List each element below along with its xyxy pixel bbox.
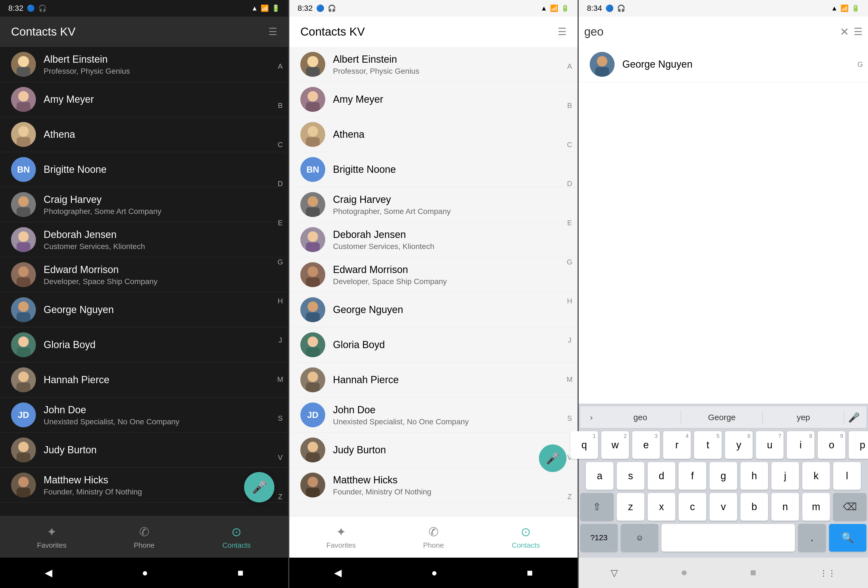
key-space[interactable]: [661, 524, 795, 551]
contact-hannah-light[interactable]: Hannah Pierce: [289, 362, 577, 397]
key-emoji[interactable]: ☺: [621, 524, 658, 551]
fab-dark[interactable]: 🎤: [244, 472, 275, 502]
contact-gloria-dark[interactable]: Gloria Boyd: [0, 327, 288, 362]
keyboard-row-4: ?123 ☺ . 🔍: [580, 524, 867, 551]
suggestion-2[interactable]: yep: [763, 411, 844, 424]
key-q[interactable]: 1q: [570, 431, 598, 459]
key-s[interactable]: s: [617, 462, 644, 490]
key-d[interactable]: d: [648, 462, 675, 490]
key-h[interactable]: h: [740, 462, 768, 490]
contact-info-matthew-dark: Matthew Hicks Founder, Ministry Of Nothi…: [44, 474, 277, 496]
key-y[interactable]: 6y: [725, 431, 753, 459]
keyboard-mic-icon[interactable]: 🎤: [844, 412, 864, 423]
key-n[interactable]: n: [771, 493, 799, 521]
contact-gloria-light[interactable]: Gloria Boyd: [289, 327, 577, 362]
key-a[interactable]: a: [586, 462, 613, 490]
contact-george-search[interactable]: George Nguyen: [579, 47, 868, 82]
home-btn-dark[interactable]: ●: [142, 567, 148, 579]
search-clear-button[interactable]: ✕: [840, 25, 849, 38]
contact-edward-light[interactable]: Edward Morrison Developer, Space Ship Co…: [289, 257, 577, 293]
suggestion-0[interactable]: geo: [600, 411, 681, 424]
contact-hannah-dark[interactable]: Hannah Pierce: [0, 362, 288, 397]
contact-judy-light[interactable]: Judy Burton: [289, 433, 577, 468]
key-search-action[interactable]: 🔍: [829, 524, 867, 551]
home-btn-search[interactable]: [682, 570, 686, 575]
key-period[interactable]: .: [798, 524, 826, 551]
search-input[interactable]: [584, 25, 836, 38]
recents-btn-search[interactable]: [751, 570, 756, 575]
contact-johndoe-light[interactable]: JD John Doe Unexisted Specialist, No One…: [289, 397, 577, 433]
fab-light[interactable]: 🎤: [539, 445, 567, 472]
key-num-switch[interactable]: ?123: [580, 524, 618, 551]
suggestions-expand-arrow[interactable]: ›: [583, 413, 600, 422]
contact-info-amy-dark: Amy Meyer: [44, 93, 277, 106]
nav-contacts-dark[interactable]: ⊙ Contacts: [190, 525, 283, 550]
wifi-icon-light: ▲: [540, 4, 547, 12]
key-delete[interactable]: ⌫: [833, 493, 867, 521]
key-v[interactable]: v: [710, 493, 737, 521]
back-btn-light[interactable]: ◀: [334, 567, 342, 579]
recents-btn-dark[interactable]: ■: [238, 567, 244, 579]
key-x[interactable]: x: [648, 493, 675, 521]
contact-judy-dark[interactable]: Judy Burton: [0, 433, 288, 468]
key-b[interactable]: b: [740, 493, 768, 521]
contact-deborah-light[interactable]: Deborah Jensen Customer Services, Kliont…: [289, 222, 577, 257]
key-u[interactable]: 7u: [756, 431, 784, 459]
contact-edward-dark[interactable]: Edward Morrison Developer, Space Ship Co…: [0, 257, 288, 293]
key-w[interactable]: 2w: [601, 431, 629, 459]
menu-icon-dark[interactable]: ☰: [268, 26, 277, 37]
contact-craig-dark[interactable]: Craig Harvey Photographer, Some Art Comp…: [0, 187, 288, 222]
contact-amy-light[interactable]: Amy Meyer: [289, 82, 577, 117]
contact-george-dark[interactable]: George Nguyen: [0, 293, 288, 327]
contacts-icon-light: ⊙: [521, 525, 531, 539]
key-g[interactable]: g: [710, 462, 737, 490]
key-l[interactable]: l: [833, 462, 861, 490]
kb-collapse-btn[interactable]: ▽: [611, 567, 618, 578]
key-f[interactable]: f: [679, 462, 706, 490]
nav-phone-light[interactable]: ✆ Phone: [387, 525, 480, 550]
nav-phone-dark[interactable]: ✆ Phone: [98, 525, 190, 550]
key-i[interactable]: 8i: [787, 431, 815, 459]
status-bar-dark: 8:32 🔵 🎧 ▲ 📶 🔋: [0, 0, 288, 16]
contact-george-light[interactable]: George Nguyen: [289, 293, 577, 327]
suggestion-1[interactable]: George: [681, 411, 763, 424]
svg-rect-11: [16, 207, 30, 217]
time-search: 8:34: [587, 4, 602, 13]
avatar-george-search: [590, 52, 614, 77]
key-z[interactable]: z: [617, 493, 644, 521]
menu-icon-light[interactable]: ☰: [558, 26, 567, 37]
contact-craig-light[interactable]: Craig Harvey Photographer, Some Art Comp…: [289, 187, 577, 222]
contact-einstein-dark[interactable]: Albert Einstein Professor, Physic Genius: [0, 47, 288, 82]
key-m[interactable]: m: [802, 493, 830, 521]
recents-btn-light[interactable]: ■: [527, 567, 533, 579]
contact-brigitte-light[interactable]: BN Brigitte Noone: [289, 152, 577, 187]
contact-amy-dark[interactable]: Amy Meyer: [0, 82, 288, 117]
nav-contacts-light[interactable]: ⊙ Contacts: [480, 525, 572, 550]
home-btn-light[interactable]: ●: [431, 567, 437, 579]
back-btn-dark[interactable]: ◀: [45, 567, 52, 579]
contact-name-deborah-light: Deborah Jensen: [333, 228, 567, 241]
key-k[interactable]: k: [802, 462, 830, 490]
nav-favorites-dark[interactable]: ✦ Favorites: [6, 525, 98, 550]
contact-brigitte-dark[interactable]: BN Brigitte Noone: [0, 152, 288, 187]
keyboard-dots-search[interactable]: ⋮⋮: [819, 568, 836, 578]
key-c[interactable]: c: [679, 493, 706, 521]
key-shift[interactable]: ⇧: [580, 493, 613, 521]
search-menu-icon[interactable]: ☰: [854, 26, 862, 37]
phone-icon-light: ✆: [428, 525, 439, 539]
contact-matthew-light[interactable]: Matthew Hicks Founder, Ministry Of Nothi…: [289, 468, 577, 503]
key-o[interactable]: 9o: [818, 431, 845, 459]
nav-favorites-light[interactable]: ✦ Favorites: [295, 525, 387, 550]
key-t[interactable]: 5t: [694, 431, 722, 459]
contact-johndoe-dark[interactable]: JD John Doe Unexisted Specialist, No One…: [0, 397, 288, 433]
contact-name-craig-dark: Craig Harvey: [44, 193, 277, 206]
contact-athena-dark[interactable]: Athena: [0, 117, 288, 152]
key-r[interactable]: 4r: [663, 431, 691, 459]
keyboard-row-1: 1q 2w 3e 4r 5t 6y 7u 8i 9o 0p: [580, 431, 867, 459]
key-j[interactable]: j: [771, 462, 799, 490]
key-p[interactable]: 0p: [849, 431, 868, 459]
key-e[interactable]: 3e: [632, 431, 660, 459]
contact-deborah-dark[interactable]: Deborah Jensen Customer Services, Kliont…: [0, 222, 288, 257]
contact-einstein-light[interactable]: Albert Einstein Professor, Physic Genius: [289, 47, 577, 82]
contact-athena-light[interactable]: Athena: [289, 117, 577, 152]
